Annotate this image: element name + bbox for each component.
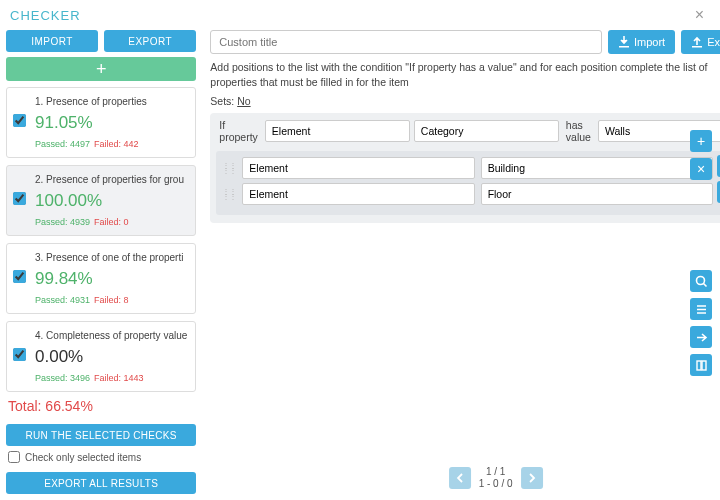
failed-label: Failed: 8 bbox=[94, 295, 129, 305]
check-checkbox[interactable] bbox=[13, 348, 26, 361]
columns-tool-button[interactable] bbox=[690, 354, 712, 376]
download-icon bbox=[618, 36, 630, 48]
sets-row: Sets: No bbox=[210, 95, 720, 107]
row-field-a[interactable] bbox=[242, 157, 474, 179]
svg-rect-1 bbox=[697, 361, 701, 370]
check-title: 4. Completeness of property value bbox=[35, 330, 187, 341]
close-icon[interactable]: × bbox=[689, 6, 710, 24]
passed-label: Passed: 4497 bbox=[35, 139, 90, 149]
app-title: CHECKER bbox=[10, 8, 81, 23]
content-import-button[interactable]: Import bbox=[608, 30, 675, 54]
list-icon bbox=[695, 303, 708, 316]
check-percent: 99.84% bbox=[35, 269, 187, 289]
prev-page-button[interactable] bbox=[449, 467, 471, 489]
x-icon: × bbox=[697, 161, 705, 177]
property-row: ⋮⋮⋮⋮ bbox=[222, 183, 713, 205]
check-checkbox[interactable] bbox=[13, 114, 26, 127]
if-property-label: If property bbox=[216, 119, 261, 143]
properties-list: ⋮⋮⋮⋮ ⋮⋮⋮⋮ + × bbox=[216, 151, 720, 215]
page-indicator: 1 / 1 bbox=[479, 466, 513, 478]
check-only-checkbox[interactable] bbox=[8, 451, 20, 463]
row-field-b[interactable] bbox=[481, 183, 713, 205]
search-tool-button[interactable] bbox=[690, 270, 712, 292]
failed-label: Failed: 1443 bbox=[94, 373, 144, 383]
check-checkbox[interactable] bbox=[13, 192, 26, 205]
check-item[interactable]: 4. Completeness of property value 0.00% … bbox=[6, 321, 196, 392]
next-page-button[interactable] bbox=[521, 467, 543, 489]
description-text: Add positions to the list with the condi… bbox=[210, 60, 720, 89]
check-checkbox[interactable] bbox=[13, 270, 26, 283]
columns-icon bbox=[695, 359, 708, 372]
sets-label: Sets: bbox=[210, 95, 234, 107]
property-row: ⋮⋮⋮⋮ bbox=[222, 157, 713, 179]
check-title: 3. Presence of one of the properti bbox=[35, 252, 187, 263]
plus-icon: + bbox=[697, 133, 705, 149]
failed-label: Failed: 442 bbox=[94, 139, 139, 149]
property-field-2[interactable] bbox=[414, 120, 559, 142]
import-button[interactable]: IMPORT bbox=[6, 30, 98, 52]
export-label: Export bbox=[707, 36, 720, 48]
property-field-1[interactable] bbox=[265, 120, 410, 142]
passed-label: Passed: 4939 bbox=[35, 217, 90, 227]
failed-label: Failed: 0 bbox=[94, 217, 129, 227]
drag-handle-icon[interactable]: ⋮⋮⋮⋮ bbox=[222, 163, 236, 173]
content-export-button[interactable]: Export bbox=[681, 30, 720, 54]
check-item[interactable]: 3. Presence of one of the properti 99.84… bbox=[6, 243, 196, 314]
checks-list: 1. Presence of properties 91.05% Passed:… bbox=[6, 87, 196, 392]
check-only-label: Check only selected items bbox=[25, 452, 141, 463]
check-item[interactable]: 1. Presence of properties 91.05% Passed:… bbox=[6, 87, 196, 158]
row-field-b[interactable] bbox=[481, 157, 713, 179]
drag-handle-icon[interactable]: ⋮⋮⋮⋮ bbox=[222, 189, 236, 199]
passed-label: Passed: 4931 bbox=[35, 295, 90, 305]
check-percent: 91.05% bbox=[35, 113, 187, 133]
list-tool-button[interactable] bbox=[690, 298, 712, 320]
condition-block: If property has value ⋮⋮⋮⋮ ⋮⋮⋮⋮ bbox=[210, 113, 720, 223]
check-percent: 100.00% bbox=[35, 191, 187, 211]
export-button[interactable]: EXPORT bbox=[104, 30, 196, 52]
has-value-label: has value bbox=[563, 119, 594, 143]
chevron-left-icon bbox=[456, 473, 464, 483]
goto-tool-button[interactable] bbox=[690, 326, 712, 348]
arrow-right-icon bbox=[695, 331, 708, 344]
check-percent: 0.00% bbox=[35, 347, 187, 367]
upload-icon bbox=[691, 36, 703, 48]
range-indicator: 1 - 0 / 0 bbox=[479, 478, 513, 490]
sets-value[interactable]: No bbox=[237, 95, 250, 107]
check-title: 1. Presence of properties bbox=[35, 96, 187, 107]
export-all-button[interactable]: EXPORT ALL RESULTS bbox=[6, 472, 196, 494]
row-field-a[interactable] bbox=[242, 183, 474, 205]
run-checks-button[interactable]: RUN THE SELECTED CHECKS bbox=[6, 424, 196, 446]
add-check-button[interactable]: + bbox=[6, 57, 196, 81]
import-label: Import bbox=[634, 36, 665, 48]
passed-label: Passed: 3496 bbox=[35, 373, 90, 383]
pager: 1 / 1 1 - 0 / 0 bbox=[449, 466, 543, 490]
check-item[interactable]: 2. Presence of properties for grou 100.0… bbox=[6, 165, 196, 236]
sidebar: IMPORT EXPORT + 1. Presence of propertie… bbox=[0, 26, 202, 500]
custom-title-input[interactable] bbox=[210, 30, 602, 54]
svg-point-0 bbox=[696, 276, 704, 284]
total-label: Total: 66.54% bbox=[6, 392, 196, 420]
chevron-right-icon bbox=[528, 473, 536, 483]
remove-condition-button[interactable]: × bbox=[690, 158, 712, 180]
add-condition-button[interactable]: + bbox=[690, 130, 712, 152]
svg-rect-2 bbox=[702, 361, 706, 370]
content-pane: Import Export Add positions to the list … bbox=[202, 26, 720, 500]
search-icon bbox=[695, 275, 708, 288]
check-title: 2. Presence of properties for grou bbox=[35, 174, 187, 185]
check-only-toggle[interactable]: Check only selected items bbox=[6, 446, 196, 468]
